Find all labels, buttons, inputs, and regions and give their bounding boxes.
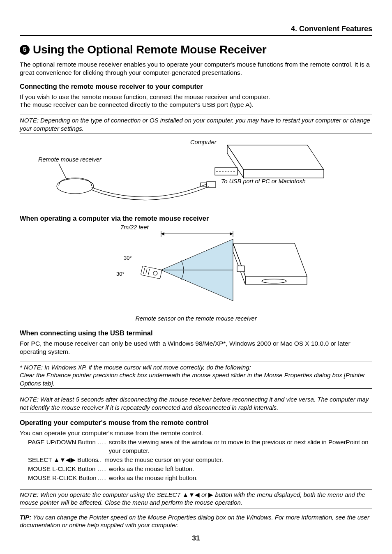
intro-paragraph: The optional remote mouse receiver enabl…: [20, 60, 372, 77]
note-winxp: * NOTE: In Windows XP, if the mouse curs…: [20, 362, 372, 389]
note-reconnect: NOTE: Wait at least 5 seconds after disc…: [20, 394, 372, 413]
section-title-text: Using the Optional Remote Mouse Receiver: [33, 43, 266, 56]
arrow-right-icon: ▶: [208, 491, 213, 498]
label-angle-bottom: 30°: [116, 271, 125, 277]
svg-marker-0: [227, 145, 324, 170]
svg-point-25: [262, 279, 286, 283]
dl-term: MOUSE R-CLICK Button: [20, 474, 98, 482]
note-menu-conflict: NOTE: When you operate the computer usin…: [20, 489, 372, 508]
heading-connecting: Connecting the remote mouse receiver to …: [20, 83, 372, 90]
tip-label: TIP:: [20, 514, 31, 521]
svg-marker-10: [161, 232, 164, 235]
note4-prefix: NOTE: When you operate the computer usin…: [20, 491, 182, 498]
dl-dots: ....: [98, 474, 109, 482]
label-computer: Computer: [190, 139, 217, 145]
connecting-paragraph: If you wish to use the remote mouse func…: [20, 93, 372, 109]
arrow-icons: ▲▼◀: [182, 491, 200, 498]
page-number: 31: [0, 534, 392, 542]
term-prefix: SELECT: [28, 456, 53, 463]
diagram-connection: [20, 139, 372, 209]
svg-marker-23: [233, 243, 245, 284]
operate-intro: You can operate your computer's mouse fr…: [20, 429, 372, 437]
dl-dots: ....: [98, 465, 109, 473]
label-range: 7m/22 feet: [120, 224, 149, 231]
dl-page-updown: PAGE UP/DOWN Button .... scrolls the vie…: [20, 438, 372, 455]
term-suffix: Buttons: [76, 456, 98, 463]
dl-def: works as the mouse right button.: [109, 474, 372, 482]
label-receiver: Remote mouse receiver: [38, 156, 101, 163]
dl-term: PAGE UP/DOWN Button: [20, 438, 98, 455]
dl-term: SELECT ▲▼◀▶ Buttons: [20, 456, 98, 464]
usb-paragraph: For PC, the mouse receiver can only be u…: [20, 339, 372, 356]
heading-operating: When operating a computer via the remote…: [20, 215, 372, 222]
heading-usb: When connecting using the USB terminal: [20, 329, 372, 337]
dl-def: scrolls the viewing area of the window o…: [109, 438, 372, 455]
svg-line-6: [59, 164, 67, 180]
dl-dots: ..: [98, 456, 104, 464]
svg-rect-24: [237, 266, 244, 272]
figure-range: 7m/22 feet 30° 30°: [20, 225, 372, 311]
tip-text: You can change the Pointer speed on the …: [20, 514, 369, 529]
svg-rect-7: [207, 182, 216, 187]
dl-dots: ....: [98, 438, 109, 455]
dl-lclick: MOUSE L-CLICK Button .... works as the m…: [20, 465, 372, 473]
diagram-range: [81, 225, 311, 303]
svg-marker-11: [230, 232, 233, 235]
dl-rclick: MOUSE R-CLICK Button .... works as the m…: [20, 474, 372, 482]
dl-def: works as the mouse left button.: [109, 465, 372, 473]
svg-point-5: [57, 179, 94, 194]
note4-mid: or: [200, 491, 209, 498]
button-definitions: PAGE UP/DOWN Button .... scrolls the vie…: [20, 438, 372, 482]
dl-select: SELECT ▲▼◀▶ Buttons .. moves the mouse c…: [20, 456, 372, 464]
dl-def: moves the mouse cursor on your computer.: [104, 456, 372, 464]
heading-operate-mouse: Operating your computer's mouse from the…: [20, 419, 372, 427]
dl-term: MOUSE L-CLICK Button: [20, 465, 98, 473]
note-connection: NOTE: Depending on the type of connectio…: [20, 115, 372, 134]
section-title: 5 Using the Optional Remote Mouse Receiv…: [20, 43, 372, 56]
running-header: 4. Convenient Features: [20, 25, 372, 36]
section-number-icon: 5: [20, 45, 30, 55]
arrow-icons: ▲▼◀▶: [53, 456, 76, 463]
tip-pointer-speed: TIP: You can change the Pointer speed on…: [20, 513, 372, 529]
svg-marker-1: [244, 170, 324, 178]
figure-range-caption: Remote sensor on the remote mouse receiv…: [20, 315, 372, 322]
label-usb-port: To USB port of PC or Macintosh: [221, 178, 306, 185]
label-angle-top: 30°: [124, 255, 132, 261]
figure-receiver-to-computer: Remote mouse receiver Computer To USB po…: [20, 139, 372, 209]
